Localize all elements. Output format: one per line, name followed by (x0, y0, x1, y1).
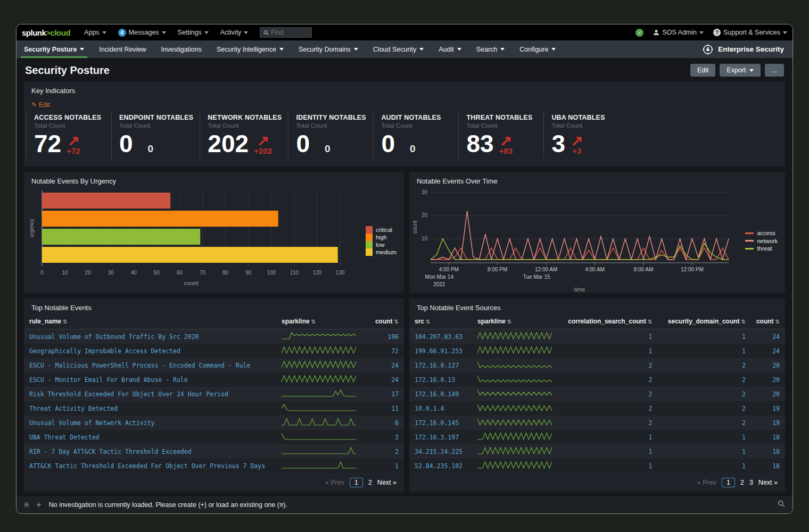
kpi-identity-notables[interactable]: IDENTITY NOTABLESTotal Count00 (288, 112, 373, 159)
table-row[interactable]: Unusual Volume of Outbound Traffic By Sr… (24, 329, 404, 344)
count-cell[interactable]: 2 (657, 401, 751, 415)
count-cell[interactable]: 2 (557, 372, 657, 387)
col-security-domain-count[interactable]: security_domain_count⇅ (657, 314, 751, 329)
nav-item-security-posture[interactable]: Security Posture (16, 40, 92, 58)
key-indicators-edit-link[interactable]: ✎Edit (24, 97, 785, 110)
messages-menu[interactable]: 4 Messages (118, 29, 166, 37)
zoom-search-icon[interactable] (778, 500, 785, 510)
table-row[interactable]: 34.215.24.2251118 (409, 444, 785, 459)
count-cell[interactable]: 1 (657, 344, 751, 358)
count-cell[interactable]: 24 (751, 329, 785, 344)
src-link[interactable]: 104.207.83.63 (409, 329, 472, 344)
src-link[interactable]: 172.16.3.197 (409, 430, 472, 444)
rule-name-link[interactable]: UBA Threat Detected (24, 430, 276, 444)
sort-icon[interactable]: ⇅ (426, 319, 430, 325)
kpi-access-notables[interactable]: ACCESS NOTABLESTotal Count72↗+72 (26, 112, 111, 159)
src-link[interactable]: 172.16.0.127 (409, 358, 472, 372)
count-cell[interactable]: 2 (657, 387, 751, 401)
table-row[interactable]: 10.0.1.42219 (409, 401, 785, 415)
table-row[interactable]: 172.16.0.132220 (409, 372, 785, 387)
count-cell[interactable]: 2 (557, 401, 657, 415)
legend-item-access[interactable]: access (745, 229, 778, 237)
table-row[interactable]: Unusual Volume of Network Activity6 (24, 415, 404, 430)
nav-item-configure[interactable]: Configure (512, 40, 563, 58)
kpi-uba-notables[interactable]: UBA NOTABLESTotal Count3↗+3 (543, 112, 629, 159)
apps-menu[interactable]: Apps (84, 29, 106, 36)
count-cell[interactable]: 2 (657, 415, 751, 430)
table-row[interactable]: 199.66.91.2531124 (409, 344, 785, 358)
table-row[interactable]: 172.16.0.1452219 (409, 415, 785, 430)
sort-icon[interactable]: ⇅ (775, 319, 780, 325)
export-button[interactable]: Export (720, 64, 760, 77)
col-sparkline[interactable]: sparkline⇅ (472, 314, 557, 329)
rule-name-link[interactable]: Threat Activity Detected (24, 401, 276, 415)
nav-item-incident-review[interactable]: Incident Review (92, 40, 153, 58)
table-row[interactable]: Threat Activity Detected11 (24, 401, 404, 415)
user-menu[interactable]: SOS Admin (653, 29, 704, 36)
table-row[interactable]: Geographically Improbable Access Detecte… (24, 344, 404, 358)
src-link[interactable]: 172.16.0.149 (409, 387, 472, 401)
count-cell[interactable]: 2 (557, 415, 657, 430)
more-options-button[interactable]: ... (765, 64, 784, 77)
count-cell[interactable]: 18 (751, 444, 785, 459)
legend-item-threat[interactable]: threat (745, 245, 778, 252)
find-search-box[interactable] (260, 27, 312, 38)
count-cell[interactable]: 24 (751, 344, 785, 358)
col-src[interactable]: src⇅ (409, 314, 472, 329)
nav-item-investigations[interactable]: Investigations (154, 40, 209, 58)
legend-item-low[interactable]: low (366, 241, 397, 248)
col-count[interactable]: count⇅ (367, 314, 404, 329)
rule-name-link[interactable]: Risk Threshold Exceeded For Object Over … (24, 387, 276, 401)
rule-name-link[interactable]: RIR - 7 Day ATT&CK Tactic Threshold Exce… (24, 444, 276, 459)
count-cell[interactable]: 2 (557, 358, 657, 372)
count-cell[interactable]: 18 (751, 430, 785, 444)
page-1-button[interactable]: 1 (350, 478, 363, 487)
kpi-audit-notables[interactable]: AUDIT NOTABLESTotal Count00 (373, 112, 458, 159)
count-cell[interactable]: 20 (751, 387, 785, 401)
count-cell[interactable]: 6 (367, 415, 404, 430)
src-link[interactable]: 172.16.0.145 (409, 415, 472, 430)
count-cell[interactable]: 2 (657, 358, 751, 372)
edit-button[interactable]: Edit (690, 64, 716, 77)
investigation-list-icon[interactable]: ≡ (24, 500, 29, 510)
src-link[interactable]: 52.84.235.102 (409, 459, 472, 473)
table-row[interactable]: RIR - 7 Day ATT&CK Tactic Threshold Exce… (24, 444, 404, 459)
count-cell[interactable]: 20 (751, 358, 785, 372)
count-cell[interactable]: 19 (751, 401, 785, 415)
next-page-button[interactable]: Next » (377, 479, 397, 486)
table-row[interactable]: 172.16.0.1272220 (409, 358, 785, 372)
urgency-bar-chart[interactable]: 0102030405060708090100110120130counturge… (28, 187, 369, 288)
kpi-endpoint-notables[interactable]: ENDPOINT NOTABLESTotal Count00 (111, 112, 200, 159)
count-cell[interactable]: 17 (367, 387, 404, 401)
overtime-line-chart[interactable]: 1020304:00 PMMon Mar 1420228:00 PM12:00 … (411, 187, 752, 294)
activity-menu[interactable]: Activity (220, 29, 249, 36)
count-cell[interactable]: 1 (367, 459, 404, 473)
count-cell[interactable]: 3 (367, 430, 404, 444)
rule-name-link[interactable]: ATT&CK Tactic Threshold Exceeded For Obj… (24, 459, 276, 473)
table-row[interactable]: 52.84.235.1021118 (409, 459, 785, 473)
next-page-button[interactable]: Next » (758, 479, 778, 486)
count-cell[interactable]: 2 (657, 372, 751, 387)
nav-item-cloud-security[interactable]: Cloud Security (366, 40, 431, 58)
col-rule-name[interactable]: rule_name⇅ (24, 314, 276, 329)
page-2-button[interactable]: 2 (368, 479, 372, 486)
count-cell[interactable]: 1 (557, 430, 657, 444)
count-cell[interactable]: 24 (367, 358, 404, 372)
page-2-button[interactable]: 2 (740, 479, 744, 486)
sort-icon[interactable]: ⇅ (63, 319, 67, 325)
count-cell[interactable]: 11 (367, 401, 404, 415)
count-cell[interactable]: 1 (557, 459, 657, 473)
splunk-cloud-logo[interactable]: splunk>cloud (22, 28, 70, 37)
nav-item-search[interactable]: Search (469, 40, 513, 58)
rule-name-link[interactable]: ESCU - Monitor Email For Brand Abuse - R… (24, 372, 276, 387)
sort-icon[interactable]: ⇅ (507, 319, 511, 325)
rule-name-link[interactable]: Unusual Volume of Outbound Traffic By Sr… (24, 329, 276, 344)
table-row[interactable]: UBA Threat Detected3 (24, 430, 404, 444)
prev-page-button[interactable]: « Prev (697, 479, 716, 486)
count-cell[interactable]: 1 (657, 444, 751, 459)
legend-item-critical[interactable]: critical (366, 226, 397, 234)
table-row[interactable]: Risk Threshold Exceeded For Object Over … (24, 387, 404, 401)
sort-icon[interactable]: ⇅ (741, 319, 746, 325)
kpi-threat-notables[interactable]: THREAT NOTABLESTotal Count83↗+83 (458, 112, 543, 159)
page-1-button[interactable]: 1 (722, 478, 735, 487)
